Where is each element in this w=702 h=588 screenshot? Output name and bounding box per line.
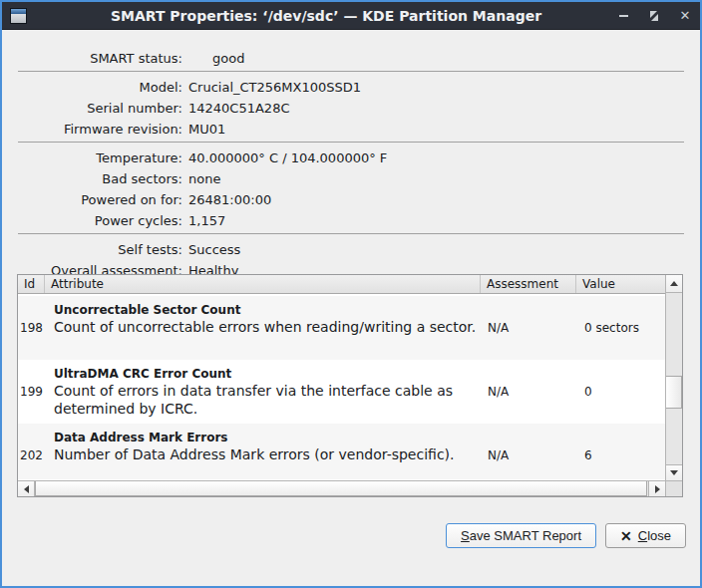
- dialog-button-row: Save SMART Report ✕ Close: [446, 523, 686, 548]
- column-header-attribute[interactable]: Attribute: [45, 275, 481, 293]
- attribute-id: 198: [18, 296, 45, 360]
- info-row: Model: Crucial_CT256MX100SSD1: [2, 77, 700, 98]
- separator: [18, 142, 684, 143]
- info-value: none: [188, 171, 220, 186]
- scroll-right-button[interactable]: [648, 481, 665, 496]
- save-smart-report-button[interactable]: Save SMART Report: [446, 523, 596, 548]
- info-value: Crucial_CT256MX100SSD1: [188, 80, 361, 95]
- info-value: 40.000000° C / 104.000000° F: [188, 150, 387, 165]
- window-title: SMART Properties: ‘/dev/sdc’ — KDE Parti…: [42, 8, 610, 24]
- table-header-row: Id Attribute Assessment Value: [18, 275, 682, 294]
- close-icon: ✕: [680, 9, 691, 22]
- device-info-group: Model: Crucial_CT256MX100SSD1 Serial num…: [2, 77, 700, 140]
- scrollbar-corner: [665, 480, 682, 496]
- smart-status-row: SMART status: good: [2, 48, 700, 69]
- restore-button[interactable]: [647, 9, 661, 23]
- attribute-value: 6: [576, 424, 665, 479]
- table-row[interactable]: 198 Uncorrectable Sector Count Count of …: [18, 296, 665, 360]
- column-header-id[interactable]: Id: [18, 275, 45, 293]
- scroll-up-button[interactable]: [666, 275, 682, 293]
- info-label: Firmware revision:: [2, 122, 182, 137]
- attribute-value: 0 sectors: [576, 296, 665, 360]
- scroll-left-button[interactable]: [18, 481, 35, 496]
- restore-icon: [648, 10, 660, 22]
- partition-manager-icon: [10, 8, 27, 24]
- attribute-name: UltraDMA CRC Error Count: [54, 367, 477, 382]
- info-label: Power cycles:: [2, 213, 182, 228]
- smart-attributes-table: Id Attribute Assessment Value 198 Uncorr…: [17, 274, 683, 497]
- separator: [18, 71, 684, 72]
- info-row: Self tests: Success: [2, 239, 700, 260]
- attribute-description: Number of Data Address Mark errors (or v…: [54, 445, 477, 463]
- info-row: Firmware revision: MU01: [2, 119, 700, 140]
- column-header-value[interactable]: Value: [576, 275, 665, 293]
- attribute-cell: Uncorrectable Sector Count Count of unco…: [45, 296, 481, 360]
- close-dialog-button[interactable]: ✕ Close: [605, 523, 686, 548]
- arrow-down-icon: [670, 470, 678, 475]
- vertical-scrollbar[interactable]: [665, 275, 682, 480]
- info-value: Success: [188, 242, 240, 257]
- attribute-assessment: N/A: [481, 424, 576, 479]
- attribute-name: Uncorrectable Sector Count: [54, 303, 477, 318]
- info-value: 1,157: [188, 213, 225, 228]
- save-smart-report-label: Save SMART Report: [461, 528, 581, 543]
- close-label: Close: [638, 528, 671, 543]
- arrow-up-icon: [670, 281, 678, 286]
- info-value: MU01: [188, 122, 225, 137]
- attribute-description: Count of uncorrectable errors when readi…: [54, 318, 477, 336]
- info-row: Powered on for: 26481:00:00: [2, 189, 700, 210]
- smart-info-panel: SMART status: good Model: Crucial_CT256M…: [2, 30, 700, 281]
- attribute-id: 199: [18, 360, 45, 424]
- horizontal-scrollbar-thumb[interactable]: [35, 481, 647, 496]
- smart-properties-dialog: SMART Properties: ‘/dev/sdc’ — KDE Parti…: [0, 0, 702, 588]
- smart-status-value: good: [212, 51, 244, 66]
- info-row: Bad sectors: none: [2, 168, 700, 189]
- info-row: Serial number: 14240C51A28C: [2, 98, 700, 119]
- horizontal-scrollbar[interactable]: [18, 480, 665, 496]
- attribute-cell: Data Address Mark Errors Number of Data …: [45, 424, 481, 479]
- info-label: Model:: [2, 80, 182, 95]
- minimize-icon: [619, 15, 628, 17]
- attribute-description: Count of errors in data transfer via the…: [54, 382, 477, 418]
- scroll-down-button[interactable]: [666, 464, 682, 480]
- arrow-right-icon: [655, 485, 660, 493]
- info-label: Powered on for:: [2, 192, 182, 207]
- info-row: Temperature: 40.000000° C / 104.000000° …: [2, 147, 700, 168]
- info-value: 14240C51A28C: [188, 101, 290, 116]
- table-viewport: 198 Uncorrectable Sector Count Count of …: [18, 294, 665, 479]
- info-value: 26481:00:00: [188, 192, 271, 207]
- attribute-name: Data Address Mark Errors: [54, 431, 477, 445]
- table-row[interactable]: 202 Data Address Mark Errors Number of D…: [18, 424, 665, 479]
- info-label: Bad sectors:: [2, 171, 182, 186]
- info-label: Self tests:: [2, 242, 182, 257]
- health-info-group: Temperature: 40.000000° C / 104.000000° …: [2, 147, 700, 231]
- info-label: SMART status:: [2, 51, 182, 66]
- vertical-scrollbar-thumb[interactable]: [666, 376, 682, 409]
- window-controls: ✕: [616, 9, 692, 23]
- info-label: Temperature:: [2, 150, 182, 165]
- titlebar[interactable]: SMART Properties: ‘/dev/sdc’ — KDE Parti…: [2, 2, 700, 30]
- info-label: Serial number:: [2, 101, 182, 116]
- attribute-value: 0: [576, 360, 665, 424]
- arrow-left-icon: [24, 485, 29, 493]
- minimize-button[interactable]: [616, 9, 630, 23]
- info-row: Power cycles: 1,157: [2, 210, 700, 231]
- table-row[interactable]: 199 UltraDMA CRC Error Count Count of er…: [18, 360, 665, 424]
- attribute-cell: UltraDMA CRC Error Count Count of errors…: [45, 360, 481, 424]
- attribute-assessment: N/A: [481, 360, 576, 424]
- column-header-assessment[interactable]: Assessment: [481, 275, 576, 293]
- close-x-icon: ✕: [620, 529, 632, 543]
- attribute-id: 202: [18, 424, 45, 479]
- close-window-button[interactable]: ✕: [678, 9, 692, 23]
- separator: [18, 233, 684, 234]
- attribute-assessment: N/A: [481, 296, 576, 360]
